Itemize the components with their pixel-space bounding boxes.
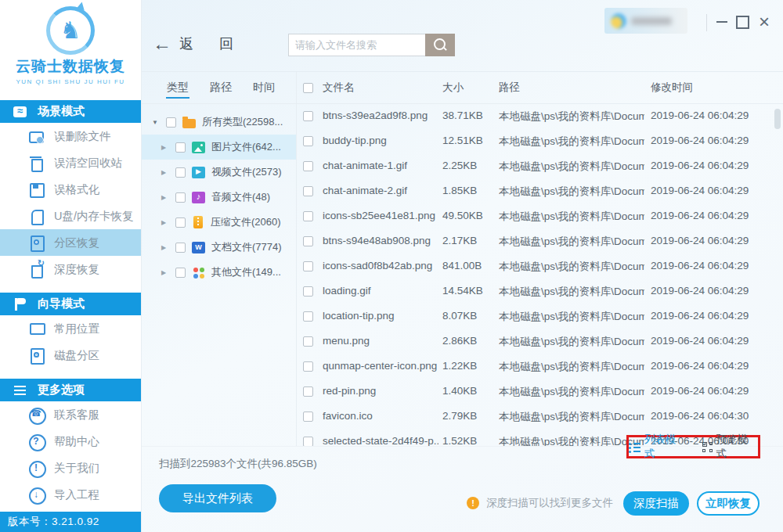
tree-checkbox[interactable] xyxy=(175,142,186,153)
cell-path: 本地磁盘\ps\我的资料库\Docume... xyxy=(499,235,644,249)
row-checkbox[interactable] xyxy=(303,361,313,372)
table-row[interactable]: icons-sad0f8b42ab.png 841.00B 本地磁盘\ps\我的… xyxy=(297,254,783,279)
row-checkbox[interactable] xyxy=(303,136,313,146)
sidebar-nav-row[interactable]: 向导模式 xyxy=(0,293,141,315)
preview-mode-button[interactable]: 预览模式 xyxy=(702,433,759,461)
table-row[interactable]: chat-animate-1.gif 2.25KB 本地磁盘\ps\我的资料库\… xyxy=(297,154,783,179)
row-checkbox[interactable] xyxy=(303,386,313,397)
export-file-list-button[interactable]: 导出文件列表 xyxy=(159,484,276,512)
tree-checkbox[interactable] xyxy=(175,217,186,228)
tree-checkbox[interactable] xyxy=(175,243,186,253)
sidebar-nav-row[interactable]: 更多选项 xyxy=(0,379,141,401)
cell-filename: menu.png xyxy=(323,335,438,347)
row-checkbox[interactable] xyxy=(303,211,313,221)
sidebar-nav-row[interactable]: 导入工程 xyxy=(0,481,141,508)
recover-now-button[interactable]: 立即恢复 xyxy=(697,491,760,516)
table-row[interactable]: btns-s39ea2ad9f8.png 38.71KB 本地磁盘\ps\我的资… xyxy=(297,104,783,129)
sidebar: 云骑士数据恢复 YUN QI SHI SHU JU HUI FU 场景模式 误删… xyxy=(0,0,142,532)
sidebar-nav-row[interactable]: 场景模式 xyxy=(0,100,141,123)
row-checkbox[interactable] xyxy=(303,186,313,196)
back-button[interactable]: ← 返 回 xyxy=(153,34,244,53)
expander-icon[interactable] xyxy=(161,194,169,201)
scrollbar-thumb[interactable] xyxy=(774,109,781,129)
tree-checkbox[interactable] xyxy=(175,167,186,178)
sidebar-item-icon xyxy=(28,321,44,336)
search-button[interactable] xyxy=(425,34,455,56)
tree-tab[interactable]: 时间 xyxy=(253,72,275,103)
cell-size: 2.25KB xyxy=(442,160,477,171)
minimize-button[interactable] xyxy=(713,13,731,31)
tree-label: 文档文件(7774) xyxy=(211,240,282,254)
tree-checkbox[interactable] xyxy=(175,268,186,278)
expander-icon[interactable] xyxy=(161,144,169,151)
tree-tab[interactable]: 类型 xyxy=(167,72,189,103)
table-row[interactable]: location-tip.png 8.07KB 本地磁盘\ps\我的资料库\Do… xyxy=(297,304,783,329)
row-checkbox[interactable] xyxy=(303,286,313,297)
account-button-blurred[interactable] xyxy=(604,8,687,34)
sidebar-nav-row[interactable]: U盘/内存卡恢复 xyxy=(0,203,141,229)
row-checkbox[interactable] xyxy=(303,236,313,246)
tree-row[interactable]: 视频文件(2573) xyxy=(142,160,296,185)
file-type-tree-panel: 类型 路径 时间 xyxy=(142,72,297,446)
tree-checkbox[interactable] xyxy=(175,192,186,203)
sidebar-nav-row[interactable]: 分区恢复 xyxy=(0,229,141,256)
expander-icon[interactable] xyxy=(152,119,160,126)
list-mode-button[interactable]: 列表模式 xyxy=(629,433,687,461)
sidebar-nav-row[interactable]: 误删除文件 xyxy=(0,123,141,149)
cell-time: 2019-06-24 06:04:29 xyxy=(651,135,749,146)
tree-row[interactable]: 压缩文件(2060) xyxy=(142,210,296,235)
table-row[interactable]: buddy-tip.png 12.51KB 本地磁盘\ps\我的资料库\Docu… xyxy=(297,129,783,154)
expander-icon[interactable] xyxy=(161,269,169,276)
list-mode-label: 列表模式 xyxy=(644,433,687,461)
row-checkbox[interactable] xyxy=(303,311,313,322)
maximize-button[interactable] xyxy=(733,13,752,31)
expander-icon[interactable] xyxy=(161,169,169,176)
cell-filename: location-tip.png xyxy=(323,310,438,322)
table-row[interactable]: chat-animate-2.gif 1.85KB 本地磁盘\ps\我的资料库\… xyxy=(297,179,783,204)
row-checkbox[interactable] xyxy=(303,437,313,446)
sidebar-nav-row[interactable]: 帮助中心 xyxy=(0,428,141,455)
sidebar-nav-row[interactable]: 误清空回收站 xyxy=(0,149,141,176)
sidebar-item-label: 常用位置 xyxy=(54,322,99,336)
table-row[interactable]: menu.png 2.86KB 本地磁盘\ps\我的资料库\Docume... … xyxy=(297,329,783,354)
row-checkbox[interactable] xyxy=(303,336,313,347)
expander-icon[interactable] xyxy=(161,244,169,251)
sidebar-nav-row[interactable]: 误格式化 xyxy=(0,176,141,203)
file-type-icon xyxy=(192,242,205,253)
row-checkbox[interactable] xyxy=(303,412,313,422)
sidebar-nav-row[interactable]: 磁盘分区 xyxy=(0,342,141,368)
table-row[interactable]: qunmap-center-icon.png 1.22KB 本地磁盘\ps\我的… xyxy=(297,354,783,379)
sidebar-nav-row[interactable]: 关于我们 xyxy=(0,455,141,481)
sidebar-nav-row[interactable]: 常用位置 xyxy=(0,315,141,342)
tree-row[interactable]: 图片文件(642... xyxy=(142,135,296,160)
search-input[interactable] xyxy=(288,34,425,56)
tree-label: 其他文件(149... xyxy=(211,265,281,279)
sidebar-nav-row[interactable]: 深度恢复 xyxy=(0,256,141,282)
row-checkbox[interactable] xyxy=(303,161,313,171)
tree-row[interactable]: 音频文件(48) xyxy=(142,185,296,210)
sidebar-item-label: 误格式化 xyxy=(54,182,99,197)
sidebar-nav-row[interactable]: 联系客服 xyxy=(0,401,141,428)
table-row[interactable]: loading.gif 14.54KB 本地磁盘\ps\我的资料库\Docume… xyxy=(297,279,783,304)
deep-scan-button[interactable]: 深度扫描 xyxy=(623,491,689,516)
table-row[interactable]: favicon.ico 2.79KB 本地磁盘\ps\我的资料库\Docume.… xyxy=(297,404,783,430)
tree-row[interactable]: 其他文件(149... xyxy=(142,260,296,285)
row-checkbox[interactable] xyxy=(303,111,313,121)
expander-icon[interactable] xyxy=(161,219,169,226)
tree-tab[interactable]: 路径 xyxy=(210,72,232,103)
table-row[interactable]: btns-s94e48ab908.png 2.17KB 本地磁盘\ps\我的资料… xyxy=(297,229,783,254)
close-button[interactable] xyxy=(755,13,774,31)
select-all-checkbox[interactable] xyxy=(303,83,313,93)
cell-path: 本地磁盘\ps\我的资料库\Docume... xyxy=(499,285,644,299)
table-row[interactable]: icons-sb25ee41e81.png 49.50KB 本地磁盘\ps\我的… xyxy=(297,204,783,229)
cell-filename: favicon.ico xyxy=(323,410,438,422)
file-table: 文件名 大小 路径 修改时间 btns-s39ea2ad9f8.png 38.7… xyxy=(297,72,783,446)
sidebar-item-icon xyxy=(28,261,44,277)
table-row[interactable]: red-pin.png 1.40KB 本地磁盘\ps\我的资料库\Docume.… xyxy=(297,379,783,404)
tree-row[interactable]: 文档文件(7774) xyxy=(142,235,296,260)
tree-checkbox[interactable] xyxy=(166,117,176,128)
sidebar-item-label: 关于我们 xyxy=(54,461,99,476)
tree-row[interactable]: 所有类型(22598... xyxy=(142,110,296,135)
row-checkbox[interactable] xyxy=(303,261,313,271)
topbar: ← 返 回 xyxy=(142,0,783,72)
